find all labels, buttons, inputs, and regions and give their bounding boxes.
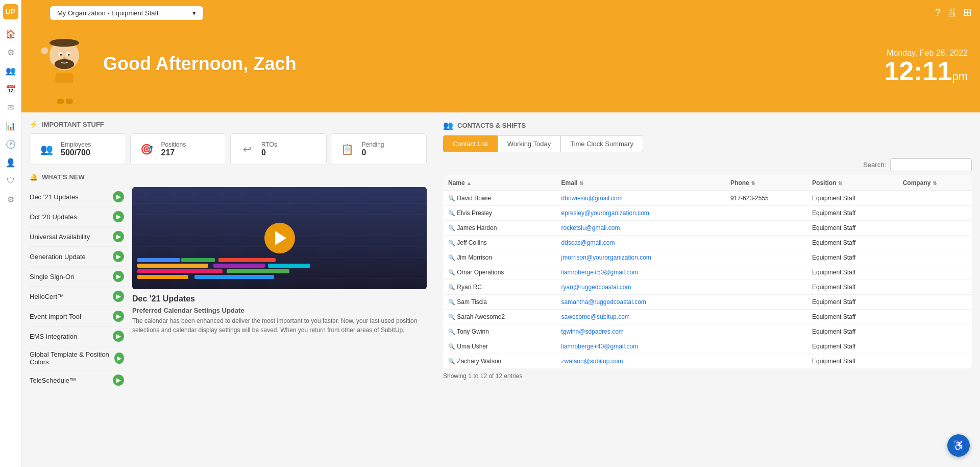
accessibility-button[interactable]: ♿	[947, 434, 970, 457]
contact-name: 🔍 Tony Gwinn	[443, 324, 556, 339]
tab-contact-list[interactable]: Contact List	[443, 135, 498, 152]
rtos-icon: ↩	[238, 140, 256, 158]
contact-name: 🔍 James Harden	[443, 221, 556, 236]
col-position[interactable]: Position ⇅	[807, 175, 898, 191]
stat-positions[interactable]: 🎯 Positions 217	[130, 133, 227, 165]
sidebar-item-user[interactable]: 👤	[3, 154, 19, 171]
email-link[interactable]: jmorrison@yourorganization.com	[561, 254, 651, 261]
contact-email[interactable]: ddscas@gmail.com	[556, 236, 725, 250]
contact-table: Name ▲ Email ⇅ Phone ⇅ Position ⇅ Compan…	[443, 175, 972, 368]
employees-icon: 👥	[37, 140, 56, 158]
contact-email[interactable]: dbowiesiu@gmail.com	[556, 191, 725, 206]
sidebar-item-settings2[interactable]: ⚙	[3, 191, 19, 207]
bell-icon: 🔔	[30, 173, 38, 181]
tab-time-clock[interactable]: Time Clock Summary	[560, 135, 643, 152]
news-item-event-import[interactable]: Event Import Tool ▶	[30, 307, 124, 326]
news-item-teleschedule[interactable]: TeleSchedule™ ▶	[30, 370, 124, 390]
sidebar-item-home[interactable]: 🏠	[3, 26, 19, 42]
news-item-universal[interactable]: Universal Availability ▶	[30, 227, 124, 247]
contact-company	[898, 324, 972, 339]
sidebar-item-people[interactable]: 👥	[3, 62, 19, 79]
contact-position: Equipment Staff	[807, 339, 898, 354]
contact-position: Equipment Staff	[807, 354, 898, 369]
table-row: 🔍 Jeff Collins ddscas@gmail.com Equipmen…	[443, 236, 972, 250]
email-link[interactable]: samantha@ruggedcoastal.com	[561, 298, 646, 306]
contact-email[interactable]: ryan@ruggedcoastal.com	[556, 280, 725, 295]
email-link[interactable]: rocketsiu@gmail.com	[561, 224, 620, 231]
table-row: 🔍 Sam Tiscia samantha@ruggedcoastal.com …	[443, 295, 972, 310]
org-selector[interactable]: My Organization - Equipment Staff ▾	[50, 6, 203, 20]
search-person-icon: 🔍	[448, 269, 455, 275]
search-input[interactable]	[890, 158, 972, 171]
email-link[interactable]: sawesome@subitup.com	[561, 313, 630, 320]
contact-email[interactable]: tgwinn@sdpadres.com	[556, 324, 725, 339]
help-icon[interactable]: ?	[935, 7, 941, 18]
contact-email[interactable]: sawesome@subitup.com	[556, 310, 725, 324]
contact-email[interactable]: epresley@yourorganization.com	[556, 206, 725, 221]
accessibility-icon: ♿	[952, 439, 965, 452]
contact-position: Equipment Staff	[807, 236, 898, 250]
news-arrow-sso: ▶	[113, 271, 124, 282]
news-label-global-template: Global Template & Position Colors	[30, 351, 114, 366]
contact-company	[898, 221, 972, 236]
news-item-ems[interactable]: EMS Integration ▶	[30, 326, 124, 346]
pending-label: Pending	[362, 141, 384, 148]
sidebar-item-mail[interactable]: ✉	[3, 99, 19, 115]
email-link[interactable]: dbowiesiu@gmail.com	[561, 195, 623, 202]
contact-email[interactable]: liamroberge+40@gmail.com	[556, 339, 725, 354]
contact-position: Equipment Staff	[807, 191, 898, 206]
news-item-generation[interactable]: Generation Update ▶	[30, 247, 124, 267]
search-label: Search:	[863, 161, 886, 169]
email-link[interactable]: epresley@yourorganization.com	[561, 209, 649, 217]
header-date: Monday, Feb 28, 2022	[884, 49, 968, 58]
email-link[interactable]: liamroberge+40@gmail.com	[561, 343, 639, 350]
sidebar-item-calendar[interactable]: 📅	[3, 81, 19, 97]
news-item-hellocert[interactable]: HelloCert™ ▶	[30, 287, 124, 307]
video-thumbnail[interactable]	[132, 187, 427, 289]
contact-email[interactable]: rocketsiu@gmail.com	[556, 221, 725, 236]
stat-pending[interactable]: 📋 Pending 0	[331, 133, 427, 165]
mascot-image	[34, 25, 95, 104]
email-link[interactable]: liamroberge+50@gmail.com	[561, 269, 639, 276]
video-subtitle: Preferred Calendar Settings Update	[132, 307, 427, 314]
email-link[interactable]: tgwinn@sdpadres.com	[561, 328, 624, 335]
print-icon[interactable]: 🖨	[947, 7, 957, 18]
sidebar-item-shield[interactable]: 🛡	[3, 173, 19, 189]
contact-phone	[725, 354, 807, 369]
rtos-label: RTOs	[261, 141, 277, 148]
app-logo[interactable]: UP	[3, 4, 18, 19]
contact-email[interactable]: jmorrison@yourorganization.com	[556, 250, 725, 265]
col-phone[interactable]: Phone ⇅	[725, 175, 807, 191]
stat-rtos[interactable]: ↩ RTOs 0	[230, 133, 327, 165]
col-company[interactable]: Company ⇅	[898, 175, 972, 191]
grid-icon[interactable]: ⊞	[963, 6, 972, 18]
contact-email[interactable]: zwatson@subitup.com	[556, 354, 725, 369]
table-row: 🔍 Tony Gwinn tgwinn@sdpadres.com Equipme…	[443, 324, 972, 339]
sidebar-item-chart[interactable]: 📊	[3, 118, 19, 134]
video-section: Dec '21 Updates ▶ Oct '20 Updates ▶ Univ…	[30, 187, 427, 390]
news-item-dec21[interactable]: Dec '21 Updates ▶	[30, 187, 124, 207]
news-item-oct20[interactable]: Oct '20 Updates ▶	[30, 207, 124, 227]
contact-email[interactable]: samantha@ruggedcoastal.com	[556, 295, 725, 310]
search-person-icon: 🔍	[448, 343, 455, 349]
news-item-sso[interactable]: Single Sign-On ▶	[30, 267, 124, 287]
news-label-hellocert: HelloCert™	[30, 293, 64, 300]
sidebar-item-settings[interactable]: ⚙	[3, 44, 19, 60]
news-item-global-template[interactable]: Global Template & Position Colors ▶	[30, 346, 124, 370]
col-email[interactable]: Email ⇅	[556, 175, 725, 191]
tab-working-today[interactable]: Working Today	[498, 135, 561, 152]
email-link[interactable]: ryan@ruggedcoastal.com	[561, 284, 631, 291]
bolt-icon: ⚡	[30, 121, 38, 128]
contact-position: Equipment Staff	[807, 221, 898, 236]
email-link[interactable]: zwatson@subitup.com	[561, 358, 623, 365]
col-name[interactable]: Name ▲	[443, 175, 556, 191]
contact-position: Equipment Staff	[807, 206, 898, 221]
sidebar-item-clock[interactable]: 🕐	[3, 136, 19, 152]
sort-phone-icon: ⇅	[751, 180, 755, 186]
contact-email[interactable]: liamroberge+50@gmail.com	[556, 265, 725, 280]
positions-value: 217	[161, 148, 186, 157]
contact-company	[898, 206, 972, 221]
stat-employees[interactable]: 👥 Employees 500/700	[30, 133, 126, 165]
svg-rect-12	[56, 73, 74, 82]
email-link[interactable]: ddscas@gmail.com	[561, 239, 615, 246]
